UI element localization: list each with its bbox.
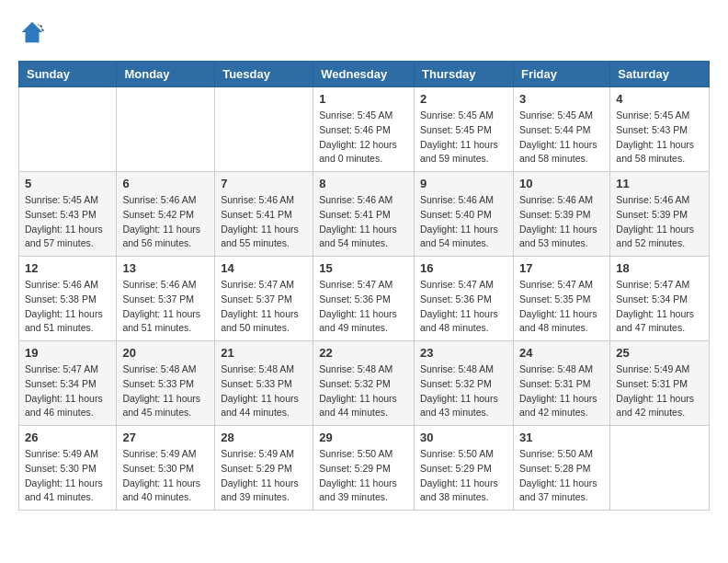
day-info: Sunrise: 5:48 AM Sunset: 5:32 PM Dayligh… — [319, 362, 408, 420]
day-info: Sunrise: 5:48 AM Sunset: 5:31 PM Dayligh… — [519, 362, 604, 420]
day-info: Sunrise: 5:46 AM Sunset: 5:37 PM Dayligh… — [122, 278, 209, 336]
day-header-monday: Monday — [117, 62, 215, 87]
day-number: 11 — [616, 177, 703, 190]
calendar-cell: 22Sunrise: 5:48 AM Sunset: 5:32 PM Dayli… — [313, 341, 415, 426]
calendar-cell: 28Sunrise: 5:49 AM Sunset: 5:29 PM Dayli… — [215, 426, 313, 511]
day-info: Sunrise: 5:50 AM Sunset: 5:29 PM Dayligh… — [420, 447, 507, 505]
day-number: 20 — [122, 346, 209, 360]
day-header-wednesday: Wednesday — [313, 62, 415, 87]
calendar-cell: 14Sunrise: 5:47 AM Sunset: 5:37 PM Dayli… — [215, 257, 313, 341]
day-info: Sunrise: 5:47 AM Sunset: 5:35 PM Dayligh… — [519, 278, 604, 336]
calendar-week-row: 12Sunrise: 5:46 AM Sunset: 5:38 PM Dayli… — [19, 257, 710, 341]
calendar-cell: 21Sunrise: 5:48 AM Sunset: 5:33 PM Dayli… — [215, 341, 313, 426]
calendar-cell — [215, 87, 313, 172]
calendar-cell: 15Sunrise: 5:47 AM Sunset: 5:36 PM Dayli… — [313, 257, 415, 341]
svg-marker-0 — [22, 22, 43, 43]
day-number: 1 — [319, 92, 408, 106]
calendar-cell: 26Sunrise: 5:49 AM Sunset: 5:30 PM Dayli… — [19, 426, 117, 511]
day-number: 28 — [221, 431, 307, 444]
calendar-header-row: SundayMondayTuesdayWednesdayThursdayFrid… — [19, 62, 710, 87]
day-info: Sunrise: 5:49 AM Sunset: 5:31 PM Dayligh… — [616, 362, 703, 420]
calendar-cell: 13Sunrise: 5:46 AM Sunset: 5:37 PM Dayli… — [117, 257, 215, 341]
day-info: Sunrise: 5:48 AM Sunset: 5:33 PM Dayligh… — [122, 362, 209, 420]
calendar-cell: 10Sunrise: 5:46 AM Sunset: 5:39 PM Dayli… — [513, 172, 609, 257]
day-number: 25 — [616, 346, 703, 360]
calendar-week-row: 1Sunrise: 5:45 AM Sunset: 5:46 PM Daylig… — [19, 87, 710, 172]
day-header-sunday: Sunday — [19, 62, 117, 87]
day-number: 8 — [319, 177, 408, 190]
logo-icon — [18, 18, 46, 46]
calendar-week-row: 26Sunrise: 5:49 AM Sunset: 5:30 PM Dayli… — [19, 426, 710, 511]
calendar-cell: 7Sunrise: 5:46 AM Sunset: 5:41 PM Daylig… — [215, 172, 313, 257]
day-info: Sunrise: 5:45 AM Sunset: 5:46 PM Dayligh… — [319, 109, 408, 167]
day-number: 15 — [319, 261, 408, 275]
day-number: 7 — [221, 177, 307, 190]
day-number: 18 — [616, 261, 703, 275]
day-number: 9 — [420, 177, 507, 190]
day-number: 23 — [420, 346, 507, 360]
day-info: Sunrise: 5:46 AM Sunset: 5:39 PM Dayligh… — [519, 193, 604, 251]
day-info: Sunrise: 5:45 AM Sunset: 5:45 PM Dayligh… — [420, 109, 507, 167]
day-info: Sunrise: 5:47 AM Sunset: 5:37 PM Dayligh… — [221, 278, 307, 336]
day-header-friday: Friday — [513, 62, 609, 87]
calendar-cell: 23Sunrise: 5:48 AM Sunset: 5:32 PM Dayli… — [415, 341, 514, 426]
day-number: 31 — [519, 431, 604, 444]
day-info: Sunrise: 5:48 AM Sunset: 5:32 PM Dayligh… — [420, 362, 507, 420]
day-number: 5 — [25, 177, 110, 190]
day-info: Sunrise: 5:49 AM Sunset: 5:30 PM Dayligh… — [25, 447, 110, 505]
day-info: Sunrise: 5:45 AM Sunset: 5:44 PM Dayligh… — [519, 109, 604, 167]
day-number: 27 — [122, 431, 209, 444]
calendar-cell: 19Sunrise: 5:47 AM Sunset: 5:34 PM Dayli… — [19, 341, 117, 426]
calendar-cell: 8Sunrise: 5:46 AM Sunset: 5:41 PM Daylig… — [313, 172, 415, 257]
day-info: Sunrise: 5:49 AM Sunset: 5:29 PM Dayligh… — [221, 447, 307, 505]
calendar-cell: 20Sunrise: 5:48 AM Sunset: 5:33 PM Dayli… — [117, 341, 215, 426]
calendar-week-row: 19Sunrise: 5:47 AM Sunset: 5:34 PM Dayli… — [19, 341, 710, 426]
logo — [18, 18, 50, 46]
calendar-week-row: 5Sunrise: 5:45 AM Sunset: 5:43 PM Daylig… — [19, 172, 710, 257]
calendar-cell — [19, 87, 117, 172]
day-info: Sunrise: 5:48 AM Sunset: 5:33 PM Dayligh… — [221, 362, 307, 420]
day-info: Sunrise: 5:46 AM Sunset: 5:39 PM Dayligh… — [616, 193, 703, 251]
calendar-cell: 3Sunrise: 5:45 AM Sunset: 5:44 PM Daylig… — [513, 87, 609, 172]
day-header-saturday: Saturday — [610, 62, 710, 87]
day-info: Sunrise: 5:47 AM Sunset: 5:34 PM Dayligh… — [616, 278, 703, 336]
calendar-cell: 9Sunrise: 5:46 AM Sunset: 5:40 PM Daylig… — [415, 172, 514, 257]
day-info: Sunrise: 5:46 AM Sunset: 5:41 PM Dayligh… — [221, 193, 307, 251]
day-number: 22 — [319, 346, 408, 360]
day-number: 12 — [25, 261, 110, 275]
calendar-cell: 6Sunrise: 5:46 AM Sunset: 5:42 PM Daylig… — [117, 172, 215, 257]
day-info: Sunrise: 5:45 AM Sunset: 5:43 PM Dayligh… — [616, 109, 703, 167]
day-info: Sunrise: 5:47 AM Sunset: 5:36 PM Dayligh… — [420, 278, 507, 336]
calendar-cell — [117, 87, 215, 172]
calendar-cell: 24Sunrise: 5:48 AM Sunset: 5:31 PM Dayli… — [513, 341, 609, 426]
calendar-cell: 2Sunrise: 5:45 AM Sunset: 5:45 PM Daylig… — [415, 87, 514, 172]
day-number: 14 — [221, 261, 307, 275]
day-number: 26 — [25, 431, 110, 444]
day-number: 19 — [25, 346, 110, 360]
calendar-cell: 30Sunrise: 5:50 AM Sunset: 5:29 PM Dayli… — [415, 426, 514, 511]
day-info: Sunrise: 5:46 AM Sunset: 5:42 PM Dayligh… — [122, 193, 209, 251]
calendar-cell: 18Sunrise: 5:47 AM Sunset: 5:34 PM Dayli… — [610, 257, 710, 341]
day-info: Sunrise: 5:47 AM Sunset: 5:34 PM Dayligh… — [25, 362, 110, 420]
day-number: 21 — [221, 346, 307, 360]
calendar-cell: 1Sunrise: 5:45 AM Sunset: 5:46 PM Daylig… — [313, 87, 415, 172]
day-number: 16 — [420, 261, 507, 275]
calendar-table: SundayMondayTuesdayWednesdayThursdayFrid… — [18, 61, 710, 511]
day-info: Sunrise: 5:50 AM Sunset: 5:28 PM Dayligh… — [519, 447, 604, 505]
day-number: 10 — [519, 177, 604, 190]
page-header — [18, 18, 710, 46]
calendar-cell: 12Sunrise: 5:46 AM Sunset: 5:38 PM Dayli… — [19, 257, 117, 341]
day-info: Sunrise: 5:46 AM Sunset: 5:41 PM Dayligh… — [319, 193, 408, 251]
day-info: Sunrise: 5:45 AM Sunset: 5:43 PM Dayligh… — [25, 193, 110, 251]
day-info: Sunrise: 5:50 AM Sunset: 5:29 PM Dayligh… — [319, 447, 408, 505]
day-number: 6 — [122, 177, 209, 190]
day-info: Sunrise: 5:46 AM Sunset: 5:38 PM Dayligh… — [25, 278, 110, 336]
calendar-cell: 17Sunrise: 5:47 AM Sunset: 5:35 PM Dayli… — [513, 257, 609, 341]
calendar-cell: 11Sunrise: 5:46 AM Sunset: 5:39 PM Dayli… — [610, 172, 710, 257]
calendar-cell: 4Sunrise: 5:45 AM Sunset: 5:43 PM Daylig… — [610, 87, 710, 172]
calendar-cell: 27Sunrise: 5:49 AM Sunset: 5:30 PM Dayli… — [117, 426, 215, 511]
day-number: 17 — [519, 261, 604, 275]
calendar-cell: 25Sunrise: 5:49 AM Sunset: 5:31 PM Dayli… — [610, 341, 710, 426]
day-info: Sunrise: 5:47 AM Sunset: 5:36 PM Dayligh… — [319, 278, 408, 336]
day-number: 13 — [122, 261, 209, 275]
